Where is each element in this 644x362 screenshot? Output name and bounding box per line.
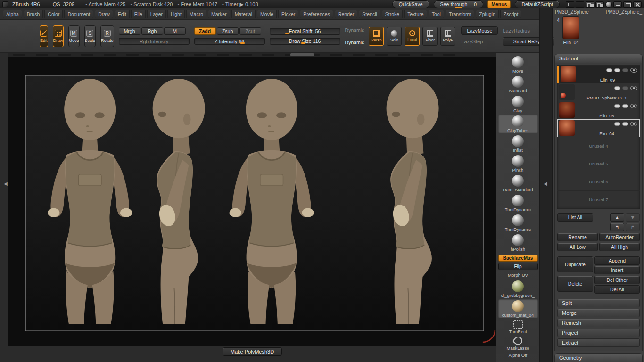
floor-button[interactable]: Floor (422, 27, 438, 46)
see-through-slider[interactable]: See-through 0 (434, 0, 484, 8)
menu-item-render[interactable]: Render (335, 10, 357, 18)
dynamic-label[interactable]: Dynamic (345, 40, 364, 45)
window-maximize-icon[interactable] (623, 1, 632, 8)
rgb-button[interactable]: Rgb (141, 27, 163, 35)
polyf-button[interactable]: PolyF (440, 27, 455, 46)
rotate-mode-button[interactable]: R Rotate (100, 25, 114, 47)
all-high-button[interactable]: All High (599, 243, 640, 251)
brush-item-hpolish[interactable]: hPolish (498, 233, 538, 252)
menu-item-zplugin[interactable]: Zplugin (476, 10, 498, 18)
material-item-custom-mat-04[interactable]: custom_mat_04 (498, 299, 538, 318)
subtool-row-elin-09[interactable]: Elin_09 (557, 66, 640, 83)
menu-item-document[interactable]: Document (64, 10, 93, 18)
lazymouse-button[interactable]: LazyMouse (461, 26, 498, 35)
visibility-eye-icon[interactable] (630, 68, 637, 73)
subtool-row-elin-05[interactable]: Elin_05 (557, 101, 640, 119)
brush-item-pinch[interactable]: Pinch (498, 154, 538, 173)
window-minimize-icon[interactable] (613, 1, 622, 8)
menu-item-file[interactable]: File (131, 10, 146, 18)
subtool-row-unused-4[interactable]: Unused 4 (557, 137, 640, 155)
autoreorder-button[interactable]: AutoReorder (599, 233, 640, 241)
delete-button[interactable]: Delete (557, 276, 593, 292)
zsub-button[interactable]: Zsub (217, 27, 239, 35)
local-button[interactable]: Local (405, 27, 420, 46)
menu-item-stencil[interactable]: Stencil (359, 10, 380, 18)
menu-item-movie[interactable]: Movie (257, 10, 277, 18)
brush-item-trimdynamic-2[interactable]: TrimDynamic (498, 214, 538, 232)
brush-item-inflat[interactable]: Inflat (498, 134, 538, 153)
menus-button[interactable]: Menus (487, 0, 511, 8)
scale-mode-button[interactable]: S Scale (84, 25, 96, 47)
visibility-eye-icon[interactable] (630, 122, 637, 126)
right-tray-toggle-icon[interactable] (576, 1, 584, 8)
menu-item-preferences[interactable]: Preferences (300, 10, 333, 18)
del-other-button[interactable]: Del Other (594, 276, 640, 284)
project-section-header[interactable]: Project (557, 329, 640, 337)
persp-button[interactable]: Persp (369, 27, 384, 46)
remesh-section-header[interactable]: Remesh (557, 319, 640, 327)
move-mode-button[interactable]: M Move (68, 25, 80, 47)
menu-item-edit[interactable]: Edit (115, 10, 130, 18)
menu-item-zscript[interactable]: Zscript (500, 10, 522, 18)
m-button[interactable]: M (164, 27, 186, 35)
uv-toggle-icon[interactable] (622, 104, 628, 108)
brush-item-trimdynamic-1[interactable]: TrimDynamic (498, 194, 538, 213)
material-item-grubbygreen[interactable]: dj_grubbygreen_ (498, 280, 538, 298)
menu-item-brush[interactable]: Brush (24, 10, 43, 18)
uv-toggle-icon[interactable] (622, 122, 628, 126)
menu-item-alpha[interactable]: Alpha (3, 10, 22, 18)
subtool-row-unused-6[interactable]: Unused 6 (557, 173, 640, 191)
stroke-item-trimrect[interactable]: TrimRect (498, 319, 538, 335)
right-collapse-arrow-icon[interactable]: ◀ (544, 181, 547, 186)
menu-item-marker[interactable]: Marker (208, 10, 230, 18)
subtool-row-elin-04[interactable]: Elin_04 (557, 119, 640, 137)
menu-item-stroke[interactable]: Stroke (382, 10, 403, 18)
brush-item-move[interactable]: Move (498, 55, 538, 74)
quicksave-button[interactable]: QuickSave (392, 0, 429, 8)
menu-item-color[interactable]: Color (44, 10, 63, 18)
menu-item-texture[interactable]: Texture (404, 10, 427, 18)
flip-button[interactable]: Flip (498, 263, 538, 270)
focal-shift-slider[interactable]: Focal Shift -56 (270, 28, 340, 35)
z-intensity-slider[interactable]: Z Intensity 66 (194, 38, 265, 45)
polypaint-toggle-icon[interactable] (606, 68, 612, 72)
left-tray-toggle-icon[interactable] (566, 1, 574, 8)
subtool-row-unused-7[interactable]: Unused 7 (557, 191, 640, 209)
alpha-item-masklasso[interactable]: MaskLasso (498, 336, 538, 351)
menu-item-macro[interactable]: Macro (186, 10, 206, 18)
menu-item-light[interactable]: Light (167, 10, 185, 18)
menu-item-draw[interactable]: Draw (95, 10, 113, 18)
zadd-button[interactable]: Zadd (194, 27, 216, 35)
brush-item-claytubes[interactable]: ClayTubes (498, 115, 538, 133)
edit-mode-button[interactable]: Edit (40, 25, 48, 47)
panel-layout-icon-2[interactable] (595, 1, 604, 8)
right-tray-divider[interactable]: ◀ (539, 8, 553, 362)
active-tool-thumbnail[interactable] (562, 16, 579, 39)
rgb-intensity-slider[interactable]: Rgb Intensity (119, 38, 190, 45)
menu-item-transform[interactable]: Transform (446, 10, 474, 18)
brush-item-standard[interactable]: Standard (498, 75, 538, 94)
extract-section-header[interactable]: Extract (557, 338, 640, 347)
menu-item-tool[interactable]: Tool (429, 10, 444, 18)
zcut-button[interactable]: Zcut (239, 27, 261, 35)
menu-item-material[interactable]: Material (231, 10, 256, 18)
merge-section-header[interactable]: Merge (557, 309, 640, 317)
subtool-move-prev-button[interactable]: ↰ (610, 223, 624, 231)
visibility-eye-icon[interactable] (630, 104, 637, 108)
subtool-move-next-button[interactable]: ↱ (626, 223, 640, 231)
divider-handle[interactable] (290, 53, 314, 56)
default-zscript-button[interactable]: DefaultZScript (515, 0, 560, 8)
make-polymesh3d-button[interactable]: Make PolyMesh3D (223, 347, 282, 356)
del-all-button[interactable]: Del All (594, 285, 640, 294)
split-section-header[interactable]: Split (557, 299, 640, 307)
subtool-down-button[interactable]: ▼ (626, 213, 640, 222)
brush-item-clay[interactable]: Clay (498, 95, 538, 114)
subtool-row-unused-5[interactable]: Unused 5 (557, 155, 640, 173)
polypaint-toggle-icon[interactable] (614, 122, 620, 126)
menu-item-layer[interactable]: Layer (147, 10, 166, 18)
left-collapse-arrow-icon[interactable]: ◀ (4, 181, 8, 186)
material-ball-icon[interactable] (605, 1, 612, 8)
mrgb-button[interactable]: Mrgb (119, 27, 140, 35)
all-low-button[interactable]: All Low (557, 243, 598, 251)
panel-layout-icon-1[interactable] (586, 1, 594, 8)
